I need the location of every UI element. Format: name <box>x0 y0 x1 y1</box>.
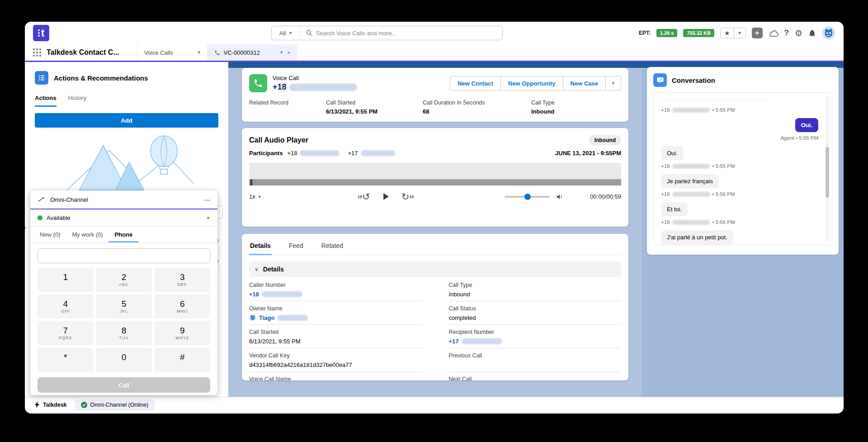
conversation-header: Conversation <box>653 73 832 87</box>
details-left-column: Caller Number+18Owner NameTiagoCall Star… <box>249 278 422 380</box>
conversation-column: Conversation +18• 5:55 PMOui.Agent • 5:5… <box>642 62 844 397</box>
speaker-icon[interactable] <box>556 193 563 200</box>
field-value[interactable]: Tiago <box>249 314 422 321</box>
tab-history[interactable]: History <box>68 95 86 107</box>
owner-name-link[interactable]: Tiago <box>259 314 274 321</box>
dialpad-key-*[interactable]: * <box>38 348 93 372</box>
record-phone-number: +18 <box>273 82 357 92</box>
conversation-card: Conversation +18• 5:55 PMOui.Agent • 5:5… <box>647 67 839 255</box>
tab-new[interactable]: New (0) <box>34 227 66 242</box>
chevron-down-icon[interactable]: ▼ <box>279 50 283 55</box>
play-icon[interactable] <box>382 193 390 200</box>
call-button[interactable]: Call <box>38 377 210 393</box>
action-button-new-contact[interactable]: New Contact <box>450 76 501 90</box>
message-bubble: Oui. <box>661 146 684 160</box>
message-caption: +18• 5:56 PM <box>661 219 735 225</box>
record-actions-dropdown-button[interactable]: ▼ <box>606 76 621 90</box>
app-name[interactable]: Talkdesk Contact C... <box>47 44 137 61</box>
details-section-header[interactable]: ∨ Details <box>249 261 621 277</box>
detail-field-row: Voice Call NameVC-00000312 <box>249 372 422 380</box>
dialpad-key-8[interactable]: 8TUV <box>96 321 151 345</box>
chat-message: Je parlez français+18• 5:56 PM <box>661 174 818 197</box>
volume-slider-thumb[interactable] <box>524 194 531 200</box>
panel-collapse-arrow[interactable]: ▸ <box>25 225 26 230</box>
add-button[interactable]: Add <box>35 113 218 128</box>
field-label: Caller Number <box>249 282 422 288</box>
bell-icon[interactable] <box>808 29 816 37</box>
global-actions-plus-icon[interactable]: + <box>752 28 763 38</box>
audio-seek-bar[interactable] <box>249 179 621 185</box>
tab-record[interactable]: VC-00000312 ▼ × <box>208 44 297 61</box>
field-value <box>249 108 316 115</box>
tab-voice-calls[interactable]: Voice Calls ▼ <box>137 44 208 61</box>
dialpad-key-2[interactable]: 2ABC <box>96 268 151 292</box>
field-value[interactable]: +17 <box>449 337 622 345</box>
cloud-icon[interactable] <box>769 29 778 37</box>
help-icon[interactable]: ? <box>784 29 789 38</box>
utility-talkdesk[interactable]: Talkdesk <box>31 401 71 408</box>
actions-tabs: Actions History <box>35 95 218 107</box>
highlights-top: Voice Call +18 New ContactNew Opportunit… <box>249 74 621 92</box>
playhead-marker[interactable] <box>250 179 252 185</box>
check-icon <box>81 402 87 408</box>
dialpad-key-1[interactable]: 1 <box>38 268 93 292</box>
field-value: 68 <box>423 108 521 115</box>
tab-details[interactable]: Details <box>249 240 272 255</box>
action-button-new-opportunity[interactable]: New Opportunity <box>501 76 563 90</box>
phone-number-input[interactable] <box>38 248 210 263</box>
record-column: Voice Call +18 New ContactNew Opportunit… <box>228 62 642 397</box>
omni-tabs: New (0) My work (0) Phone <box>30 227 217 243</box>
phone-prefix: +18 <box>661 163 670 169</box>
playback-speed-dropdown[interactable]: 1x ▼ <box>249 193 281 200</box>
scrollbar-thumb[interactable] <box>826 147 829 198</box>
star-icon[interactable]: ★ <box>721 28 734 38</box>
tab-my-work[interactable]: My work (0) <box>66 227 109 242</box>
forward-15-icon[interactable]: ↻15 <box>401 192 414 201</box>
close-icon[interactable]: × <box>287 49 291 56</box>
action-button-new-case[interactable]: New Case <box>563 76 606 90</box>
chat-message: +18• 5:55 PM <box>661 104 818 113</box>
key-digit: 5 <box>122 299 127 309</box>
section-title: Details <box>263 266 284 273</box>
utility-omni-channel[interactable]: Omni-Channel (Online) <box>75 399 155 410</box>
key-digit: # <box>180 353 185 362</box>
dialpad-key-5[interactable]: 5JKL <box>96 295 151 318</box>
phone-prefix[interactable]: +18 <box>249 291 259 298</box>
dialpad-key-4[interactable]: 4GHI <box>38 295 93 318</box>
details-chevron-icon: ∨ <box>255 266 259 272</box>
rewind-15-icon[interactable]: 15↺ <box>358 192 370 201</box>
chevron-down-icon[interactable]: ▼ <box>197 50 201 55</box>
gear-icon[interactable]: ⚙ <box>795 28 802 38</box>
talkdesk-logo-icon[interactable]: t <box>33 25 49 41</box>
volume-slider[interactable] <box>505 196 550 198</box>
voice-call-icon <box>249 74 267 92</box>
key-letters: TUV <box>119 336 128 340</box>
dialpad-key-6[interactable]: 6MNO <box>155 295 210 318</box>
field-value[interactable]: +18 <box>249 290 422 298</box>
tab-phone[interactable]: Phone <box>108 227 138 242</box>
field-label: Related Record <box>249 100 316 106</box>
tab-feed[interactable]: Feed <box>288 240 304 255</box>
phone-prefix[interactable]: +17 <box>449 338 459 345</box>
dialpad-key-0[interactable]: 0 <box>96 348 151 372</box>
app-launcher-icon[interactable] <box>33 48 41 57</box>
minimize-icon[interactable]: — <box>204 196 210 203</box>
tab-actions[interactable]: Actions <box>35 95 57 107</box>
details-grid: Caller Number+18Owner NameTiagoCall Star… <box>249 278 621 380</box>
dialpad-key-3[interactable]: 3DEF <box>155 268 210 292</box>
detail-tabs: Details Feed Related <box>249 240 621 255</box>
message-bubble: Oui. <box>795 118 818 132</box>
dialpad-key-7[interactable]: 7PQRS <box>38 321 93 345</box>
search-scope-dropdown[interactable]: All ▼ <box>272 26 301 40</box>
search-input[interactable] <box>316 30 497 37</box>
dialpad: 12ABC3DEF4GHI5JKL6MNO7PQRS8TUV9WXYZ*0# <box>38 268 210 372</box>
redacted-phone <box>361 150 395 156</box>
tab-related[interactable]: Related <box>321 240 344 255</box>
chevron-down-icon[interactable]: ▼ <box>734 28 745 38</box>
redacted-phone <box>289 84 357 91</box>
dialpad-key-9[interactable]: 9WXYZ <box>155 321 210 345</box>
presence-status-dropdown[interactable]: Available ▼ <box>30 209 217 227</box>
avatar[interactable] <box>822 26 835 40</box>
utility-bar: Talkdesk Omni-Channel (Online) <box>25 397 844 412</box>
dialpad-key-#[interactable]: # <box>155 348 210 372</box>
